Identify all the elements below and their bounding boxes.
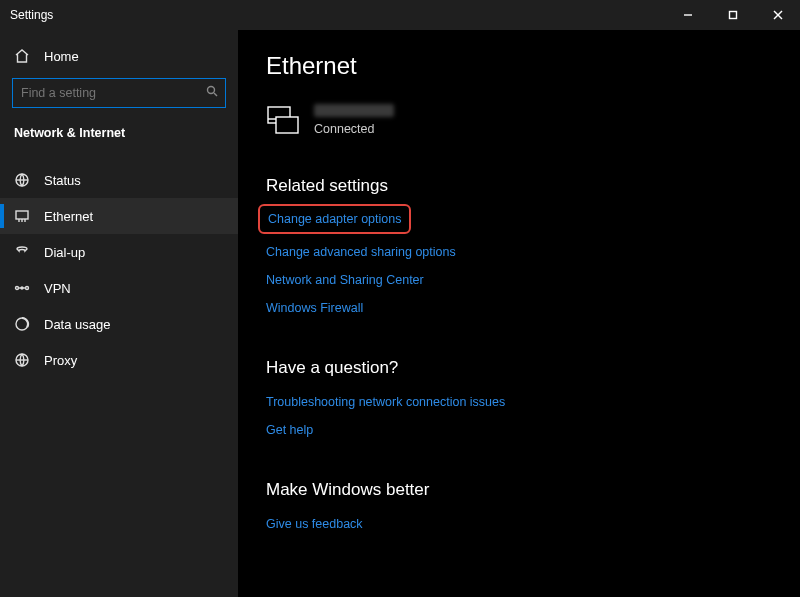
window-controls — [665, 0, 800, 30]
window-title: Settings — [10, 8, 53, 22]
link-windows-firewall[interactable]: Windows Firewall — [266, 294, 800, 322]
dialup-icon — [14, 244, 30, 260]
connection-status: Connected — [314, 122, 394, 136]
sidebar-item-status[interactable]: Status — [0, 162, 238, 198]
datausage-icon — [14, 316, 30, 332]
sidebar-home-label: Home — [44, 49, 79, 64]
sidebar-item-label: Status — [44, 173, 81, 188]
sidebar-home[interactable]: Home — [0, 40, 238, 72]
sidebar-item-datausage[interactable]: Data usage — [0, 306, 238, 342]
feedback-links: Give us feedback — [266, 510, 800, 538]
minimize-button[interactable] — [665, 0, 710, 30]
close-button[interactable] — [755, 0, 800, 30]
sidebar-item-label: Ethernet — [44, 209, 93, 224]
ethernet-icon — [14, 208, 30, 224]
sidebar-section-label: Network & Internet — [0, 118, 238, 148]
sidebar-nav: Status Ethernet Dial-up VPN — [0, 162, 238, 378]
question-links: Troubleshooting network connection issue… — [266, 388, 800, 444]
sidebar-item-label: Dial-up — [44, 245, 85, 260]
status-icon — [14, 172, 30, 188]
question-heading: Have a question? — [266, 358, 800, 378]
related-settings-heading: Related settings — [266, 176, 800, 196]
page-title: Ethernet — [266, 52, 800, 80]
vpn-icon — [14, 280, 30, 296]
link-change-adapter-options[interactable]: Change adapter options — [258, 204, 411, 234]
titlebar: Settings — [0, 0, 800, 30]
connection-icon — [266, 105, 300, 135]
search-wrap — [0, 72, 238, 118]
search-input[interactable] — [12, 78, 226, 108]
sidebar-item-label: VPN — [44, 281, 71, 296]
link-network-sharing-center[interactable]: Network and Sharing Center — [266, 266, 800, 294]
search-icon — [206, 85, 218, 100]
sidebar-item-label: Proxy — [44, 353, 77, 368]
sidebar-item-vpn[interactable]: VPN — [0, 270, 238, 306]
connection-name — [314, 104, 394, 117]
home-icon — [14, 48, 30, 64]
feedback-heading: Make Windows better — [266, 480, 800, 500]
svg-rect-20 — [276, 117, 298, 133]
svg-rect-8 — [16, 211, 28, 219]
connection-text: Connected — [314, 104, 394, 136]
connection-row[interactable]: Connected — [266, 104, 800, 136]
sidebar-item-dialup[interactable]: Dial-up — [0, 234, 238, 270]
maximize-button[interactable] — [710, 0, 755, 30]
link-give-feedback[interactable]: Give us feedback — [266, 510, 800, 538]
svg-point-15 — [21, 287, 23, 289]
proxy-icon — [14, 352, 30, 368]
sidebar: Home Network & Internet Status Ethernet — [0, 30, 238, 597]
sidebar-item-ethernet[interactable]: Ethernet — [0, 198, 238, 234]
svg-line-5 — [214, 93, 217, 96]
link-change-advanced-sharing[interactable]: Change advanced sharing options — [266, 238, 800, 266]
svg-point-4 — [208, 87, 215, 94]
related-settings-links: Change adapter options Change advanced s… — [266, 204, 800, 322]
svg-point-12 — [16, 287, 19, 290]
sidebar-item-proxy[interactable]: Proxy — [0, 342, 238, 378]
svg-point-13 — [26, 287, 29, 290]
link-troubleshooting[interactable]: Troubleshooting network connection issue… — [266, 388, 800, 416]
link-get-help[interactable]: Get help — [266, 416, 800, 444]
sidebar-item-label: Data usage — [44, 317, 111, 332]
main-panel: Ethernet Connected Related settings Chan… — [238, 30, 800, 597]
svg-rect-1 — [729, 12, 736, 19]
